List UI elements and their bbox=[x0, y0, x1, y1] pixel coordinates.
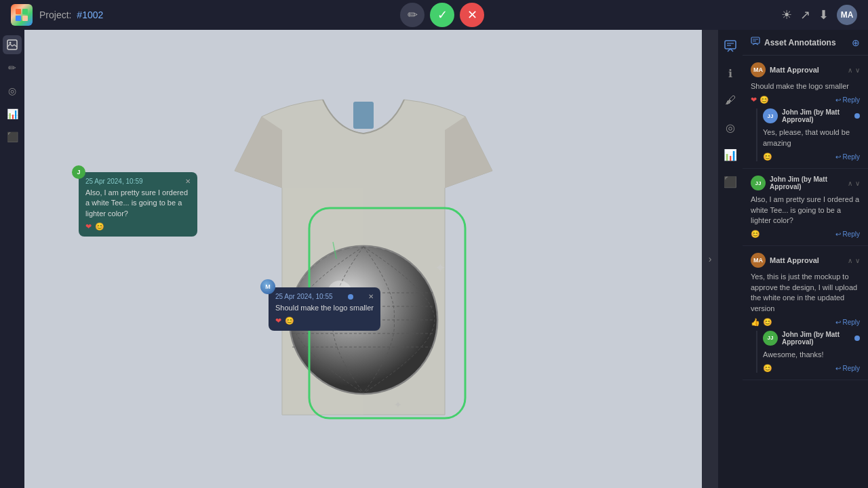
thread-2-emoji[interactable]: 😊 bbox=[751, 230, 760, 239]
annotation-message-1: Also, I am pretty sure I ordered a white… bbox=[85, 188, 191, 219]
thread-3-heart[interactable]: 👍 bbox=[751, 318, 760, 327]
sidebar-edit-icon[interactable]: ✏ bbox=[3, 58, 22, 77]
target-icon[interactable]: ◎ bbox=[719, 117, 741, 138]
reply-3-1-avatar: JJ bbox=[763, 331, 778, 346]
thread-3-user-row: MA Matt Approval ∧ ∨ bbox=[751, 253, 860, 268]
annotation-emoji-1[interactable]: 😊 bbox=[95, 222, 104, 231]
left-sidebar: ✏ ◎ 📊 ⬛ bbox=[0, 30, 24, 488]
annotations-expand-btn[interactable]: ⊕ bbox=[852, 37, 860, 48]
thread-3-expand[interactable]: ∨ bbox=[855, 257, 860, 264]
brush-icon[interactable]: 🖌 bbox=[719, 89, 741, 111]
svg-text:✦: ✦ bbox=[435, 260, 446, 275]
thread-3-controls: ∧ ∨ bbox=[848, 257, 860, 264]
annotation-message-2: Should make the logo smaller bbox=[275, 303, 374, 313]
topbar-center: ✏ ✓ ✕ bbox=[400, 3, 484, 27]
topbar: Project: #1002 ✏ ✓ ✕ ☀ ↗ ⬇ MA bbox=[0, 0, 868, 30]
thread-2-reactions: 😊 bbox=[751, 230, 760, 239]
square-icon[interactable]: ⬛ bbox=[719, 171, 741, 192]
reply-1-message: Yes, please, that would be amazing bbox=[763, 127, 860, 148]
annotation-dot-2 bbox=[348, 294, 353, 300]
svg-rect-4 bbox=[7, 40, 17, 49]
thread-1-controls: ∧ ∨ bbox=[848, 66, 860, 74]
reply-1-emoji[interactable]: 😊 bbox=[763, 152, 772, 161]
thread-2-expand[interactable]: ∨ bbox=[855, 180, 860, 187]
reject-button[interactable]: ✕ bbox=[460, 3, 484, 27]
annotation-avatar-2: M bbox=[260, 279, 275, 294]
reply-3-1-reactions: 😊 bbox=[763, 364, 772, 373]
annotations-header-icon bbox=[751, 37, 760, 48]
thread-2-controls: ∧ ∨ bbox=[848, 180, 860, 187]
svg-rect-3 bbox=[22, 16, 28, 21]
annotation-timestamp-2: 25 Apr 2024, 10:55 bbox=[275, 293, 333, 300]
sidebar-image-icon[interactable] bbox=[3, 35, 22, 54]
chart-icon[interactable]: 📊 bbox=[719, 144, 741, 165]
annotation-thread-1: MA Matt Approval ∧ ∨ Should make the log… bbox=[743, 56, 868, 169]
annotations-panel: Asset Annotations ⊕ MA Matt Approval ∧ ∨… bbox=[743, 30, 868, 488]
thread-1-collapse[interactable]: ∧ bbox=[848, 66, 852, 74]
thread-1-avatar: MA bbox=[751, 62, 766, 77]
annotation-emoji-2[interactable]: 😊 bbox=[285, 317, 294, 325]
thread-3-avatar: MA bbox=[751, 253, 766, 268]
annotation-bubble-1[interactable]: J 25 Apr 2024, 10:59 ✕ Also, I am pretty… bbox=[79, 172, 197, 237]
annotation-close-1[interactable]: ✕ bbox=[185, 178, 191, 185]
thread-1-expand[interactable]: ∨ bbox=[855, 66, 860, 74]
sidebar-square-icon[interactable]: ⬛ bbox=[3, 127, 22, 146]
thread-3-footer: 👍 😊 ↩ Reply bbox=[751, 318, 860, 327]
annotation-heart-1[interactable]: ❤ bbox=[85, 222, 92, 231]
thread-1-emoji[interactable]: 😊 bbox=[760, 96, 769, 104]
reply-1-dot bbox=[854, 113, 860, 119]
thread-3-reply-1: JJ John Jim (by Matt Approval) Awesome, … bbox=[756, 331, 860, 373]
thread-2-username: John Jim (by Matt Approval) bbox=[770, 176, 844, 190]
thread-1-heart[interactable]: ❤ bbox=[751, 96, 757, 104]
share-icon[interactable]: ↗ bbox=[800, 7, 810, 22]
thread-3-reply-btn[interactable]: ↩ Reply bbox=[835, 319, 860, 326]
info-icon[interactable]: ℹ bbox=[719, 62, 741, 84]
topbar-right: ☀ ↗ ⬇ MA bbox=[781, 5, 857, 25]
thread-1-reply-1: JJ John Jim (by Matt Approval) Yes, plea… bbox=[756, 108, 860, 161]
project-label: Project: bbox=[39, 9, 71, 20]
annotations-icon[interactable] bbox=[719, 35, 741, 57]
thread-2-avatar: JJ bbox=[751, 176, 766, 190]
thread-2-collapse[interactable]: ∧ bbox=[848, 180, 852, 187]
thread-1-reactions: ❤ 😊 bbox=[751, 96, 769, 104]
annotation-thread-3: MA Matt Approval ∧ ∨ Yes, this is just t… bbox=[743, 246, 868, 380]
reply-1-controls bbox=[854, 113, 860, 119]
thread-3-username: Matt Approval bbox=[770, 256, 844, 264]
thread-3-reactions: 👍 😊 bbox=[751, 318, 772, 327]
annotations-panel-title: Asset Annotations bbox=[764, 38, 848, 47]
reply-1-reply-btn[interactable]: ↩ Reply bbox=[835, 153, 860, 161]
app-logo[interactable] bbox=[11, 4, 33, 26]
thread-1-username: Matt Approval bbox=[770, 66, 844, 74]
svg-rect-21 bbox=[725, 41, 736, 49]
svg-rect-6 bbox=[353, 102, 374, 129]
thread-1-user-row: MA Matt Approval ∧ ∨ bbox=[751, 62, 860, 77]
annotations-header: Asset Annotations ⊕ bbox=[743, 30, 868, 56]
sun-icon[interactable]: ☀ bbox=[781, 7, 792, 22]
annotation-close-2[interactable]: ✕ bbox=[368, 293, 374, 300]
svg-rect-0 bbox=[16, 9, 21, 14]
sidebar-chart-icon[interactable]: 📊 bbox=[3, 104, 22, 123]
user-avatar[interactable]: MA bbox=[837, 5, 857, 25]
annotation-timestamp-1: 25 Apr 2024, 10:59 bbox=[85, 178, 143, 185]
thread-2-message: Also, I am pretty sure I ordered a white… bbox=[751, 195, 860, 226]
thread-3-collapse[interactable]: ∧ bbox=[848, 257, 852, 264]
tshirt-container: ✦ ✦ bbox=[194, 62, 533, 455]
reply-1-user-row: JJ John Jim (by Matt Approval) bbox=[763, 108, 860, 123]
thread-2-reply-btn[interactable]: ↩ Reply bbox=[835, 230, 860, 238]
pencil-tool-button[interactable]: ✏ bbox=[400, 3, 425, 27]
thread-1-reply-btn[interactable]: ↩ Reply bbox=[835, 96, 860, 104]
reply-1-footer: 😊 ↩ Reply bbox=[763, 152, 860, 161]
thread-3-emoji[interactable]: 😊 bbox=[763, 318, 772, 327]
annotation-bubble-2[interactable]: M 25 Apr 2024, 10:55 ✕ Should make the l… bbox=[269, 287, 380, 331]
annotation-heart-2[interactable]: ❤ bbox=[275, 317, 281, 325]
sidebar-target-icon[interactable]: ◎ bbox=[3, 81, 22, 100]
canvas-area[interactable]: ✦ ✦ J 25 Apr 2024, 10:59 ✕ Also, I am pr… bbox=[24, 30, 702, 488]
thread-2-footer: 😊 ↩ Reply bbox=[751, 230, 860, 239]
approve-button[interactable]: ✓ bbox=[430, 3, 454, 27]
reply-3-1-emoji[interactable]: 😊 bbox=[763, 364, 772, 373]
panel-toggle[interactable]: › bbox=[702, 30, 718, 488]
download-icon[interactable]: ⬇ bbox=[818, 7, 829, 22]
svg-rect-1 bbox=[22, 9, 28, 14]
annotation-thread-2: JJ John Jim (by Matt Approval) ∧ ∨ Also,… bbox=[743, 169, 868, 246]
reply-3-1-reply-btn[interactable]: ↩ Reply bbox=[835, 365, 860, 372]
